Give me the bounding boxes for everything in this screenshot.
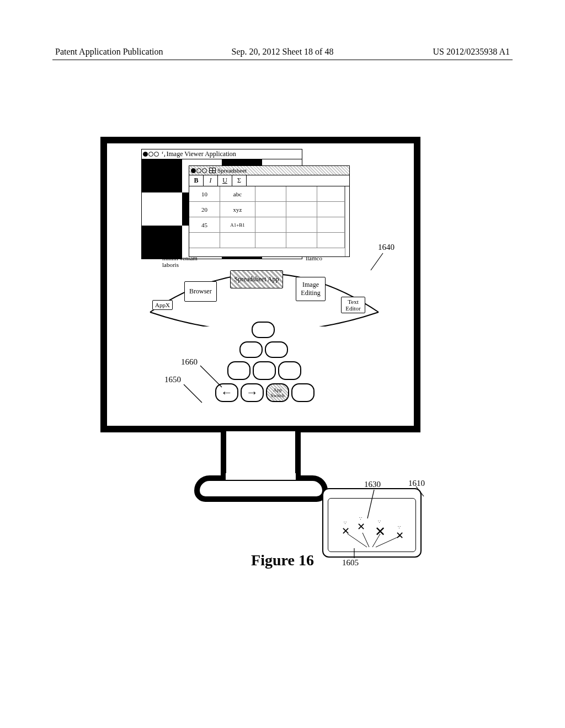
vkey[interactable] — [265, 341, 288, 358]
cell-b1[interactable]: abc — [220, 186, 255, 202]
arc-path — [145, 257, 384, 326]
vkey-app-switch[interactable]: App Switch — [266, 383, 289, 402]
vkey[interactable] — [278, 361, 301, 380]
image-viewer-titlebar: ⸢ ⸥ Image Viewer Application — [142, 149, 302, 159]
header-left: Patent Application Publication — [55, 47, 163, 57]
spreadsheet-titlebar: Spreadsheet — [189, 166, 349, 175]
ref-1630: 1630 — [364, 480, 381, 489]
spreadsheet-window: Spreadsheet B I U Σ 10 abc 20 xyz 45 A1+… — [189, 165, 350, 257]
app-card-image-editing[interactable]: Image Editing — [296, 277, 326, 301]
header-divider — [52, 60, 513, 60]
grid-icon — [209, 168, 216, 173]
header-right: US 2012/0235938 A1 — [433, 47, 510, 57]
minimize-icon[interactable] — [196, 168, 201, 173]
close-icon[interactable] — [191, 168, 196, 173]
minimize-icon[interactable] — [148, 152, 153, 157]
figure-caption: Figure 16 — [0, 552, 565, 569]
italic-button[interactable]: I — [204, 175, 218, 186]
cell-a2[interactable]: 20 — [189, 202, 220, 217]
cell-a3[interactable]: 45 — [189, 217, 220, 233]
cell-b2[interactable]: xyz — [220, 202, 255, 217]
svg-line-7 — [367, 490, 374, 518]
close-icon[interactable] — [143, 152, 148, 157]
header-mid: Sep. 20, 2012 Sheet 18 of 48 — [232, 47, 334, 57]
spreadsheet-title: Spreadsheet — [217, 167, 247, 174]
svg-line-6 — [376, 536, 400, 547]
vkey[interactable] — [253, 361, 276, 380]
underline-button[interactable]: U — [218, 175, 232, 186]
sum-button[interactable]: Σ — [232, 175, 247, 186]
monitor-screen: ⸢ ⸥ Image Viewer Application Spreadsheet… — [100, 137, 420, 432]
app-card-spreadsheet[interactable]: Spreadsheet App — [230, 270, 283, 288]
vkey[interactable] — [239, 341, 263, 358]
ref-1650: 1650 — [164, 375, 181, 384]
app-card-browser[interactable]: Browser — [184, 281, 217, 302]
ref-1650-lead — [182, 383, 210, 410]
svg-line-8 — [416, 486, 424, 496]
spreadsheet-toolbar: B I U Σ — [189, 175, 349, 186]
app-card-text-editor[interactable]: Text Editor — [341, 297, 365, 313]
arrow-right-icon: → — [242, 386, 263, 400]
vkey[interactable] — [227, 361, 250, 380]
svg-line-5 — [372, 534, 380, 547]
zoom-icon[interactable] — [154, 152, 159, 157]
touch-point-icon: ✕ — [357, 521, 365, 533]
cell-b3[interactable]: A1+B1 — [220, 217, 255, 233]
bold-button[interactable]: B — [189, 175, 204, 186]
ref-1660: 1660 — [181, 357, 198, 367]
app-card-appx[interactable]: AppX — [152, 300, 173, 310]
page-header: Patent Application Publication Sep. 20, … — [55, 47, 510, 57]
vkey[interactable] — [291, 383, 315, 402]
image-viewer-title: Image Viewer Application — [167, 150, 236, 158]
scrollbar[interactable] — [345, 186, 349, 256]
vkey-right-arrow[interactable]: → — [241, 383, 264, 402]
ref-1630-lead — [366, 489, 388, 522]
expand-icon[interactable]: ⸢ ⸥ — [162, 151, 164, 157]
spreadsheet-grid[interactable]: 10 abc 20 xyz 45 A1+B1 — [189, 186, 349, 248]
cell-a1[interactable]: 10 — [189, 186, 220, 202]
ref-1610-lead — [413, 485, 429, 502]
ref-1640: 1640 — [378, 243, 395, 252]
zoom-icon[interactable] — [202, 168, 207, 173]
svg-line-2 — [184, 384, 202, 403]
app-switcher-arc: AppX Browser Spreadsheet App Image Editi… — [145, 257, 384, 326]
